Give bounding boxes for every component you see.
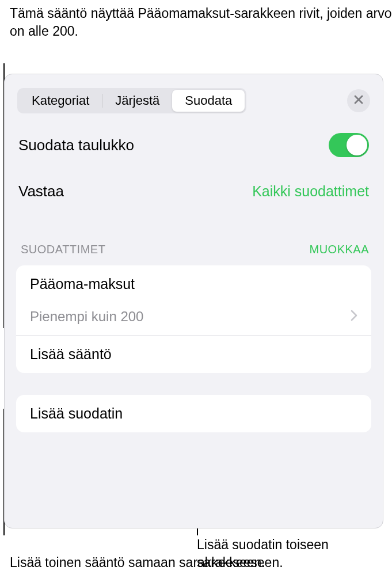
match-row[interactable]: Vastaa Kaikki suodattimet <box>5 173 383 220</box>
filter-condition-text: Pienempi kuin 200 <box>30 309 143 325</box>
toggle-knob <box>347 135 367 155</box>
panel-topbar: Kategoriat Järjestä Suodata <box>5 74 383 123</box>
add-filter-card: Lisää suodatin <box>16 395 371 432</box>
filter-card: Pääoma-maksut Pienempi kuin 200 Lisää sä… <box>16 265 371 373</box>
edit-button[interactable]: MUOKKAA <box>309 243 369 256</box>
chevron-right-icon <box>351 309 357 325</box>
close-button[interactable] <box>347 89 370 112</box>
filter-table-toggle[interactable] <box>329 133 369 157</box>
match-value: Kaikki suodattimet <box>252 183 369 200</box>
callout-top: Tämä sääntö näyttää Pääomamaksut-sarakke… <box>10 5 392 40</box>
tab-categories[interactable]: Kategoriat <box>19 90 102 112</box>
close-icon <box>353 94 364 107</box>
filter-panel: Kategoriat Järjestä Suodata Suodata taul… <box>4 74 383 528</box>
filter-table-label: Suodata taulukko <box>18 136 134 154</box>
filters-section-title: SUODATTIMET <box>21 243 105 256</box>
filter-table-row: Suodata taulukko <box>5 123 383 173</box>
filters-section-header: SUODATTIMET MUOKKAA <box>5 220 383 262</box>
tab-filter[interactable]: Suodata <box>172 90 245 112</box>
filter-column-name: Pääoma-maksut <box>16 265 371 300</box>
match-label: Vastaa <box>18 182 64 200</box>
tab-sort[interactable]: Järjestä <box>102 90 172 112</box>
filter-condition-row[interactable]: Pienempi kuin 200 <box>16 300 371 336</box>
segmented-control: Kategoriat Järjestä Suodata <box>17 88 246 113</box>
callout-bottom-right: Lisää suodatin toiseen sarakkeeseen. <box>197 536 392 572</box>
add-rule-button[interactable]: Lisää sääntö <box>16 336 371 373</box>
add-filter-button[interactable]: Lisää suodatin <box>16 395 371 432</box>
